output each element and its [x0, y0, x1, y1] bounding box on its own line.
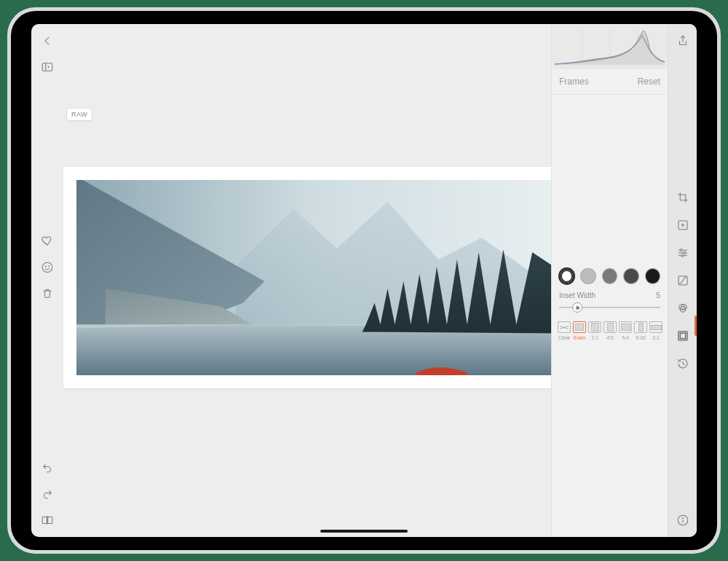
share-icon[interactable]: [676, 34, 689, 47]
ratio-1-1[interactable]: 1:1: [588, 321, 601, 340]
inset-width-value: 5: [656, 291, 660, 299]
histogram[interactable]: [552, 24, 668, 69]
home-indicator[interactable]: [320, 530, 408, 533]
history-icon[interactable]: [676, 357, 689, 370]
undo-icon[interactable]: [41, 461, 54, 474]
swatch-black[interactable]: [645, 268, 660, 284]
left-toolbar: [31, 24, 63, 537]
svg-point-19: [680, 249, 682, 251]
back-icon[interactable]: [41, 34, 54, 47]
photo-frame[interactable]: [63, 167, 551, 388]
svg-point-21: [681, 254, 683, 256]
panel-title: Frames: [559, 76, 589, 87]
swatch-white[interactable]: [559, 268, 574, 284]
crop-icon[interactable]: [676, 191, 689, 204]
frame-color-row: [558, 265, 662, 291]
svg-point-4: [49, 266, 50, 267]
color-mix-icon[interactable]: [676, 302, 689, 315]
ratio-even[interactable]: Even: [573, 321, 586, 340]
redo-icon[interactable]: [41, 487, 54, 501]
smiley-icon[interactable]: [41, 261, 54, 274]
app-screen: RAW: [31, 24, 697, 537]
swatch-light-gray[interactable]: [580, 268, 596, 284]
svg-point-30: [682, 518, 683, 519]
raw-badge: RAW: [66, 108, 92, 121]
ratio-4-5[interactable]: 4:5: [604, 321, 617, 340]
svg-rect-6: [48, 517, 52, 524]
trash-icon[interactable]: [41, 287, 54, 300]
heart-icon[interactable]: [41, 235, 54, 248]
inset-width-label: Inset Width: [559, 291, 596, 299]
inspector-panel: Frames Reset Ins: [551, 24, 668, 537]
swatch-dark-gray[interactable]: [623, 268, 638, 284]
curves-icon[interactable]: [676, 274, 689, 287]
ipad-device-frame: RAW: [7, 7, 721, 554]
sliders-icon[interactable]: [676, 246, 689, 259]
ratio-9-16[interactable]: 9:16: [634, 321, 647, 340]
compare-icon[interactable]: [41, 514, 54, 527]
info-icon[interactable]: [676, 514, 689, 527]
ratio-5-4[interactable]: 5:4: [619, 321, 632, 340]
exposure-icon[interactable]: [676, 219, 689, 232]
reset-button[interactable]: Reset: [638, 76, 660, 87]
svg-rect-0: [42, 63, 52, 71]
photo-preview: [76, 180, 554, 375]
panel-header: Frames Reset: [552, 69, 668, 95]
swatch-gray[interactable]: [602, 268, 617, 284]
inset-width-slider[interactable]: [559, 302, 660, 313]
svg-rect-5: [42, 517, 47, 524]
active-tool-indicator: [695, 315, 697, 336]
sidebar-toggle-icon[interactable]: [41, 60, 54, 74]
aspect-ratio-row: Clear Even 1:1: [558, 321, 662, 340]
svg-point-3: [45, 266, 46, 267]
frames-icon[interactable]: [676, 329, 689, 342]
slider-thumb[interactable]: [572, 302, 582, 313]
frame-controls: Inset Width 5 Clear: [552, 261, 668, 340]
ratio-clear[interactable]: Clear: [558, 321, 571, 340]
svg-point-20: [683, 252, 685, 254]
svg-rect-27: [680, 333, 686, 339]
right-toolbar: [668, 24, 697, 537]
svg-point-2: [42, 262, 52, 272]
ratio-2-1[interactable]: 2:1: [649, 321, 662, 340]
